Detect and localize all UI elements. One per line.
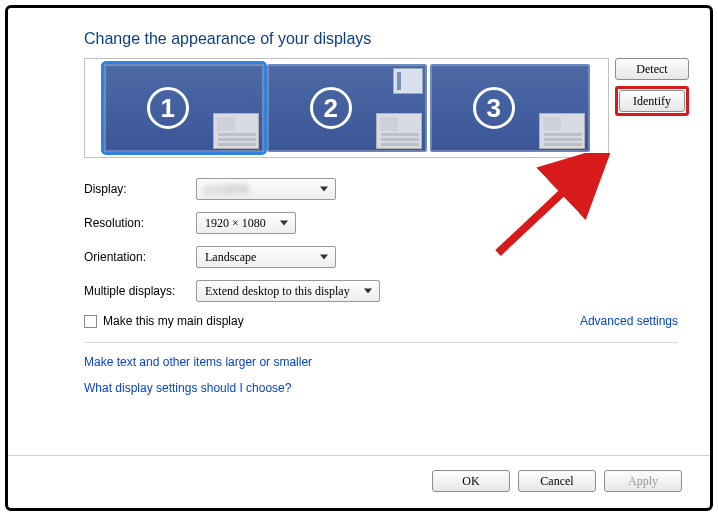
identify-callout-highlight: Identify bbox=[615, 86, 689, 116]
monitor-icon bbox=[213, 113, 259, 149]
monitor-number: 2 bbox=[310, 87, 352, 129]
text-size-link[interactable]: Make text and other items larger or smal… bbox=[84, 355, 678, 369]
monitor-2[interactable]: 2 bbox=[267, 64, 427, 152]
monitor-icon bbox=[539, 113, 585, 149]
page-title: Change the appearance of your displays bbox=[84, 30, 678, 48]
help-link[interactable]: What display settings should I choose? bbox=[84, 381, 678, 395]
detect-button[interactable]: Detect bbox=[615, 58, 689, 80]
separator bbox=[8, 455, 710, 456]
orientation-label: Orientation: bbox=[84, 250, 196, 264]
resolution-label: Resolution: bbox=[84, 216, 196, 230]
main-display-checkbox[interactable]: Make this my main display bbox=[84, 314, 244, 328]
monitor-number: 3 bbox=[473, 87, 515, 129]
monitor-icon bbox=[393, 68, 423, 94]
advanced-settings-link[interactable]: Advanced settings bbox=[580, 314, 678, 328]
main-display-checkbox-label: Make this my main display bbox=[103, 314, 244, 328]
ok-button[interactable]: OK bbox=[432, 470, 510, 492]
display-select-value: LGSPW bbox=[205, 182, 251, 197]
checkbox-icon bbox=[84, 315, 97, 328]
separator bbox=[84, 342, 678, 343]
multiple-displays-label: Multiple displays: bbox=[84, 284, 196, 298]
monitor-arrangement-area[interactable]: 1 2 3 bbox=[84, 58, 609, 158]
monitor-1[interactable]: 1 bbox=[104, 64, 264, 152]
orientation-select-value: Landscape bbox=[205, 250, 256, 265]
display-select[interactable]: LGSPW bbox=[196, 178, 336, 200]
cancel-button[interactable]: Cancel bbox=[518, 470, 596, 492]
monitor-icon bbox=[376, 113, 422, 149]
identify-button[interactable]: Identify bbox=[619, 90, 685, 112]
apply-button[interactable]: Apply bbox=[604, 470, 682, 492]
resolution-select-value: 1920 × 1080 bbox=[205, 216, 266, 231]
multiple-displays-select-value: Extend desktop to this display bbox=[205, 284, 350, 299]
resolution-select[interactable]: 1920 × 1080 bbox=[196, 212, 296, 234]
orientation-select[interactable]: Landscape bbox=[196, 246, 336, 268]
display-label: Display: bbox=[84, 182, 196, 196]
multiple-displays-select[interactable]: Extend desktop to this display bbox=[196, 280, 380, 302]
monitor-number: 1 bbox=[147, 87, 189, 129]
monitor-3[interactable]: 3 bbox=[430, 64, 590, 152]
